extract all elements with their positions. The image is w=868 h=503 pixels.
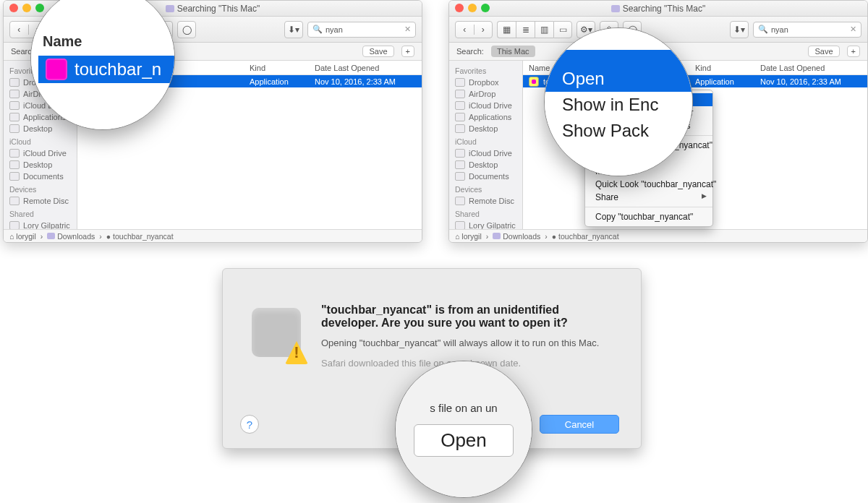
view-icon-cover[interactable]: ▭ bbox=[553, 21, 572, 38]
disc-icon bbox=[9, 197, 20, 205]
path-leaf[interactable]: ● touchbar_nyancat bbox=[106, 232, 174, 241]
magnify-open-button: s file on an un Open bbox=[395, 361, 532, 498]
title-text: Searching "This Mac" bbox=[623, 4, 706, 14]
maximize-icon[interactable] bbox=[481, 4, 490, 12]
dropbox-icon bbox=[9, 78, 20, 87]
sidebar-section-devices: Devices bbox=[4, 182, 77, 195]
sidebar-item-documents[interactable]: Documents bbox=[449, 171, 522, 182]
clear-search-icon[interactable]: ✕ bbox=[850, 25, 856, 34]
sidebar-item-dropbox[interactable]: Dropbox bbox=[449, 77, 522, 88]
ctx-quicklook[interactable]: Quick Look "touchbar_nyancat" bbox=[585, 178, 712, 191]
row-kind: Application bbox=[250, 77, 315, 86]
sidebar-item-desktop[interactable]: Desktop bbox=[4, 123, 77, 134]
maximize-icon[interactable] bbox=[35, 4, 44, 12]
sidebar-item-desktop2[interactable]: Desktop bbox=[4, 159, 77, 171]
airdrop-icon bbox=[9, 90, 20, 98]
sidebar-item-iclouddrive2[interactable]: iCloud Drive bbox=[449, 147, 522, 159]
nav-back-forward[interactable]: ‹› bbox=[455, 21, 493, 38]
title-text: Searching "This Mac" bbox=[177, 4, 260, 14]
search-icon: 🔍 bbox=[758, 25, 768, 34]
col-date[interactable]: Date Last Opened bbox=[315, 64, 416, 72]
magnify-context-menu: Open Show in Enc Show Pack bbox=[544, 27, 693, 176]
sidebar-item-airdrop[interactable]: AirDrop bbox=[449, 88, 522, 100]
documents-icon bbox=[9, 172, 20, 181]
search-text: nyan bbox=[326, 25, 343, 34]
save-search-button[interactable]: Save bbox=[362, 46, 393, 57]
sidebar-item-remotedisc[interactable]: Remote Disc bbox=[4, 195, 77, 207]
mag-open-button[interactable]: Open bbox=[414, 424, 514, 457]
mag-row-text: touchbar_n bbox=[75, 59, 161, 79]
add-criteria-button[interactable]: + bbox=[401, 46, 414, 57]
sidebar-item-lory[interactable]: Lory Gilpatric bbox=[4, 220, 77, 229]
cloud-icon bbox=[9, 101, 20, 110]
desktop-icon bbox=[9, 124, 20, 133]
view-icon-grid[interactable]: ▦ bbox=[497, 21, 516, 38]
ctx-copy[interactable]: Copy "touchbar_nyancat" bbox=[585, 210, 712, 223]
mag-ctx-show[interactable]: Show in Enc bbox=[545, 92, 692, 118]
path-bar: ⌂ lorygil › Downloads › ● touchbar_nyanc… bbox=[4, 229, 422, 242]
view-icon-list[interactable]: ≣ bbox=[516, 21, 535, 38]
search-field[interactable]: 🔍 nyan ✕ bbox=[753, 22, 861, 38]
dialog-heading: "touchbar_nyancat" is from an unidentifi… bbox=[321, 304, 616, 330]
folder-icon bbox=[611, 5, 620, 12]
search-field[interactable]: 🔍 nyan ✕ bbox=[307, 22, 416, 38]
sidebar-item-remotedisc[interactable]: Remote Disc bbox=[449, 195, 522, 207]
sidebar-item-lory[interactable]: Lory Gilpatric bbox=[449, 220, 522, 229]
close-icon[interactable] bbox=[455, 4, 464, 12]
tags-button[interactable]: ◯ bbox=[177, 21, 196, 38]
apps-icon bbox=[9, 113, 20, 121]
search-icon: 🔍 bbox=[312, 25, 323, 34]
mag-dialog-text: s file on an un bbox=[424, 402, 503, 414]
mag-ctx-open[interactable]: Open bbox=[545, 66, 692, 92]
app-icon bbox=[46, 59, 67, 80]
add-criteria-button[interactable]: + bbox=[847, 46, 860, 57]
titlebar: Searching "This Mac" bbox=[449, 1, 867, 17]
mag-row-selected: touchbar_n bbox=[38, 56, 175, 83]
scope-this-mac[interactable]: This Mac bbox=[491, 46, 535, 57]
minimize-icon[interactable] bbox=[22, 4, 31, 12]
sidebar-section-shared: Shared bbox=[4, 207, 77, 220]
path-user[interactable]: ⌂ lorygil bbox=[9, 232, 36, 241]
cloud-icon bbox=[9, 149, 20, 158]
mag-name-header: Name bbox=[38, 33, 82, 50]
cancel-button[interactable]: Cancel bbox=[540, 415, 619, 434]
app-icon bbox=[529, 77, 539, 87]
sidebar-item-desktop[interactable]: Desktop bbox=[449, 123, 522, 134]
sidebar-item-iclouddrive[interactable]: iCloud Drive bbox=[449, 100, 522, 111]
mag-ctx-pkg[interactable]: Show Pack bbox=[545, 118, 692, 144]
ctx-share[interactable]: Share bbox=[585, 191, 712, 204]
dropbox-toolbar-icon[interactable]: ⬇▾ bbox=[730, 21, 749, 38]
desktop-icon bbox=[9, 160, 20, 169]
minimize-icon[interactable] bbox=[468, 4, 477, 12]
col-kind[interactable]: Kind bbox=[250, 64, 315, 72]
security-icon: ! bbox=[247, 304, 305, 361]
sidebar-item-documents[interactable]: Documents bbox=[4, 171, 77, 182]
sidebar-section-icloud: iCloud bbox=[4, 134, 77, 147]
sidebar-item-desktop2[interactable]: Desktop bbox=[449, 159, 522, 171]
folder-icon bbox=[166, 5, 174, 12]
save-search-button[interactable]: Save bbox=[808, 46, 839, 57]
row-date: Nov 10, 2016, 2:33 AM bbox=[315, 77, 416, 86]
dropbox-toolbar-icon[interactable]: ⬇▾ bbox=[284, 21, 303, 38]
sidebar-item-iclouddrive2[interactable]: iCloud Drive bbox=[4, 147, 77, 159]
close-icon[interactable] bbox=[9, 4, 18, 12]
help-button[interactable]: ? bbox=[240, 415, 259, 434]
sidebar-item-applications[interactable]: Applications bbox=[449, 111, 522, 123]
computer-icon bbox=[9, 221, 20, 229]
path-downloads[interactable]: Downloads bbox=[47, 232, 95, 241]
dialog-body-1: Opening "touchbar_nyancat" will always a… bbox=[321, 337, 616, 350]
view-icon-column[interactable]: ▥ bbox=[535, 21, 553, 38]
clear-search-icon[interactable]: ✕ bbox=[404, 25, 411, 34]
